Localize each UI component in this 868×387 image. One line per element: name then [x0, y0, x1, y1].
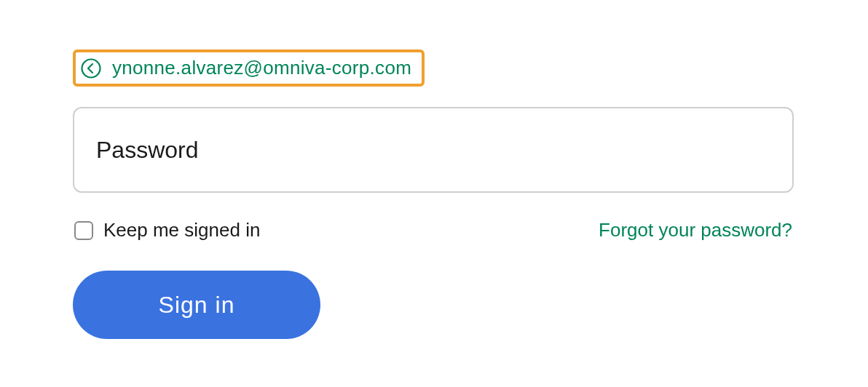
keep-signed-in-toggle[interactable]: Keep me signed in	[74, 219, 260, 242]
svg-point-0	[82, 59, 100, 77]
options-row: Keep me signed in Forgot your password?	[73, 219, 794, 242]
back-chevron-icon	[80, 57, 102, 79]
password-input[interactable]	[73, 107, 794, 193]
checkbox-icon	[74, 221, 93, 240]
keep-signed-in-label: Keep me signed in	[103, 219, 260, 242]
signin-button[interactable]: Sign in	[73, 271, 320, 339]
account-email: ynonne.alvarez@omniva-corp.com	[112, 57, 411, 79]
signin-form: ynonne.alvarez@omniva-corp.com Keep me s…	[73, 49, 794, 339]
forgot-password-link[interactable]: Forgot your password?	[599, 219, 792, 242]
email-back-row[interactable]: ynonne.alvarez@omniva-corp.com	[73, 49, 425, 87]
